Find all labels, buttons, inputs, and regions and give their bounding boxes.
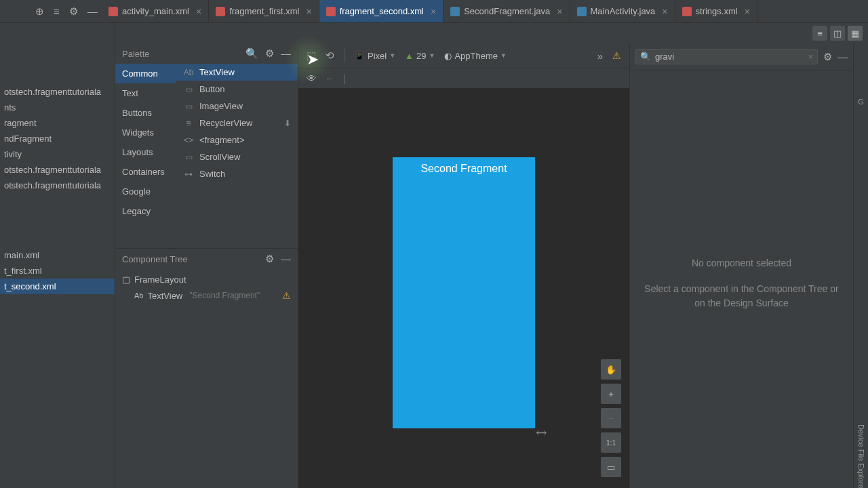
gear-icon[interactable]: ⚙	[69, 5, 78, 18]
download-icon[interactable]: ⬇	[284, 119, 291, 128]
more-icon[interactable]: »	[597, 50, 603, 62]
tab-activity-main[interactable]: activity_main.xml ×	[102, 0, 209, 22]
tab-fragment-second[interactable]: fragment_second.xml ×	[319, 0, 443, 22]
gradle-icon[interactable]: G	[858, 98, 864, 106]
palette-cat-containers[interactable]: Containers	[115, 162, 176, 182]
warning-icon[interactable]: ⚠	[282, 290, 291, 301]
minimize-icon[interactable]: —	[87, 5, 98, 17]
xml-icon	[216, 7, 225, 16]
attributes-search[interactable]: 🔍 ×	[635, 49, 818, 64]
chevron-down-icon: ▼	[389, 52, 395, 59]
tab-label: MainActivity.java	[591, 6, 656, 16]
code-view-button[interactable]: ≡	[812, 26, 827, 41]
project-file[interactable]: t_second.xml	[0, 279, 115, 294]
palette-title: Palette	[122, 49, 149, 59]
minimize-icon[interactable]: —	[281, 47, 291, 60]
palette-cat-buttons[interactable]: Buttons	[115, 103, 176, 123]
palette-item-textview[interactable]: AbTextView	[176, 64, 298, 81]
xml-icon	[108, 7, 118, 16]
textview-icon: Ab	[134, 291, 143, 300]
project-item[interactable]: ragment	[0, 115, 115, 131]
device-file-explorer-tab[interactable]: Device File Explorer	[856, 418, 867, 488]
project-item[interactable]: tivity	[0, 146, 115, 162]
zoom-reset-button[interactable]: 1:1	[601, 432, 621, 453]
project-item[interactable]: otstech.fragmenttutoriala	[0, 162, 115, 178]
project-item[interactable]: ndFragment	[0, 131, 115, 146]
xml-icon	[326, 7, 336, 16]
gear-icon[interactable]: ⚙	[823, 51, 832, 63]
forward-icon[interactable]: |	[343, 73, 346, 84]
scrollview-icon: ▭	[183, 152, 194, 162]
close-icon[interactable]: ×	[662, 6, 667, 17]
zoom-controls: ✋ + − 1:1 ▭	[601, 359, 621, 477]
split-view-button[interactable]: ◫	[830, 26, 845, 41]
design-view-button[interactable]: ▦	[848, 26, 863, 41]
theme-icon: ◐	[444, 51, 452, 61]
tab-fragment-first[interactable]: fragment_first.xml ×	[209, 0, 319, 22]
palette-cat-text[interactable]: Text	[115, 83, 176, 103]
orientation-icon[interactable]: ⟲	[326, 49, 334, 62]
project-file[interactable]: main.xml	[0, 247, 115, 263]
zoom-fit-button[interactable]: ▭	[601, 457, 621, 477]
gear-icon[interactable]: ⚙	[265, 253, 274, 265]
close-icon[interactable]: ×	[306, 6, 311, 17]
palette-cat-legacy[interactable]: Legacy	[115, 201, 176, 221]
chevron-down-icon: ▼	[500, 52, 507, 59]
close-icon[interactable]: ×	[431, 6, 436, 17]
palette-item-recyclerview[interactable]: ≡RecyclerView⬇	[176, 115, 298, 131]
framelayout-icon: ▢	[122, 274, 130, 285]
right-tool-rail: G Device File Explorer	[853, 43, 868, 488]
project-item[interactable]: otstech.fragmenttutoriala	[0, 84, 115, 100]
palette-cat-widgets[interactable]: Widgets	[115, 123, 176, 142]
android-icon: ▲	[405, 51, 414, 61]
component-tree-title: Component Tree	[122, 254, 188, 264]
close-icon[interactable]: ×	[557, 6, 562, 17]
textview-icon: Ab	[183, 68, 194, 77]
project-item[interactable]: nts	[0, 100, 115, 115]
close-icon[interactable]: ×	[196, 6, 201, 17]
attributes-panel: 🔍 × ⚙ — No component selected Select a c…	[629, 43, 853, 488]
project-file[interactable]: t_first.xml	[0, 263, 115, 279]
palette-cat-google[interactable]: Google	[115, 182, 176, 201]
component-tree-child[interactable]: Ab TextView "Second Fragment" ⚠	[115, 287, 298, 304]
device-preview[interactable]: Second Fragment ⤡	[393, 157, 535, 428]
theme-selector[interactable]: ◐ AppTheme ▼	[444, 51, 507, 61]
clear-icon[interactable]: ×	[808, 52, 813, 62]
tab-label: activity_main.xml	[122, 6, 189, 16]
zoom-out-button[interactable]: −	[601, 408, 621, 428]
warning-icon[interactable]: ⚠	[612, 50, 621, 61]
palette-cat-layouts[interactable]: Layouts	[115, 142, 176, 162]
component-tree-root[interactable]: ▢ FrameLayout	[115, 272, 298, 287]
back-icon[interactable]: ←	[325, 73, 335, 84]
java-icon	[450, 7, 460, 16]
close-icon[interactable]: ×	[745, 6, 750, 17]
api-selector[interactable]: ▲ 29 ▼	[405, 51, 435, 61]
tab-second-fragment-java[interactable]: SecondFragment.java ×	[443, 0, 570, 22]
project-item[interactable]: otstech.fragmenttutoriala	[0, 178, 115, 193]
palette-item-switch[interactable]: ⊶Switch	[176, 165, 298, 182]
zoom-in-button[interactable]: +	[601, 384, 621, 404]
tab-main-activity-java[interactable]: MainActivity.java ×	[570, 0, 675, 22]
gear-icon[interactable]: ⚙	[265, 47, 274, 60]
tab-strings-xml[interactable]: strings.xml ×	[675, 0, 757, 22]
resize-handle-icon[interactable]: ⤡	[532, 423, 551, 443]
component-tree-panel: Component Tree ⚙ — ▢ FrameLayout Ab	[115, 248, 298, 306]
palette-item-scrollview[interactable]: ▭ScrollView	[176, 148, 298, 165]
minimize-icon[interactable]: —	[281, 253, 291, 265]
palette-panel: Palette 🔍 ⚙ — Common Text Buttons Widget…	[115, 43, 298, 488]
device-selector[interactable]: 📱 Pixel ▼	[354, 51, 395, 61]
imageview-icon: ▭	[183, 102, 194, 111]
pan-button[interactable]: ✋	[601, 359, 621, 380]
target-icon[interactable]: ⊕	[35, 5, 44, 18]
fragment-icon: <>	[183, 136, 194, 145]
palette-cat-common[interactable]: Common	[115, 64, 176, 83]
attributes-search-input[interactable]	[655, 52, 804, 62]
eye-icon[interactable]: 👁	[307, 73, 317, 84]
palette-item-button[interactable]: ▭Button	[176, 81, 298, 98]
minimize-icon[interactable]: —	[837, 51, 848, 62]
search-icon[interactable]: 🔍	[245, 47, 258, 60]
palette-item-fragment[interactable]: <><fragment>	[176, 131, 298, 148]
select-mode-icon[interactable]: ⬚	[307, 49, 316, 62]
palette-item-imageview[interactable]: ▭ImageView	[176, 98, 298, 115]
collapse-icon[interactable]: ≡	[54, 5, 60, 17]
